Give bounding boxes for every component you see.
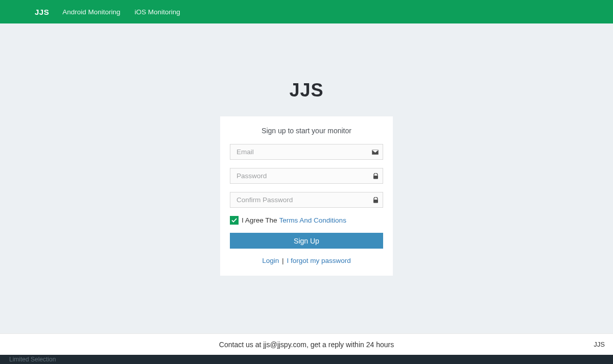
nav-brand[interactable]: JJS <box>35 8 49 16</box>
links-row: Login | I forgot my password <box>230 257 383 264</box>
svg-rect-0 <box>373 176 378 179</box>
forgot-password-link[interactable]: I forgot my password <box>287 257 350 264</box>
form-heading: Sign up to start your monitor <box>230 127 383 135</box>
agree-checkbox[interactable] <box>230 216 239 225</box>
main-content: JJS Sign up to start your monitor <box>0 23 613 333</box>
envelope-icon <box>372 150 379 155</box>
agree-row: I Agree The Terms And Conditions <box>230 216 383 225</box>
footer-brand: JJS <box>594 341 605 348</box>
footer-dark-bar: Limited Selection <box>0 355 613 364</box>
brand-logo: JJS <box>289 80 323 101</box>
footer-dark-text: Limited Selection <box>9 356 56 363</box>
confirm-password-input[interactable] <box>230 192 383 208</box>
lock-icon <box>373 173 379 179</box>
link-separator: | <box>280 257 286 264</box>
signup-card: Sign up to start your monitor I Agree Th… <box>220 116 393 276</box>
footer: Contact us at jjs@jjspy.com, get a reply… <box>0 333 613 355</box>
password-field-wrap <box>230 168 383 184</box>
svg-rect-1 <box>373 200 378 203</box>
footer-contact-text: Contact us at jjs@jjspy.com, get a reply… <box>219 341 394 349</box>
password-input[interactable] <box>230 168 383 184</box>
check-icon <box>231 218 237 223</box>
signup-button[interactable]: Sign Up <box>230 233 383 249</box>
terms-link[interactable]: Terms And Conditions <box>279 216 346 224</box>
agree-text: I Agree The <box>242 216 277 224</box>
navbar: JJS Android Monitoring iOS Monitoring <box>0 0 613 23</box>
nav-link-android[interactable]: Android Monitoring <box>62 8 120 16</box>
nav-link-ios[interactable]: iOS Monitoring <box>135 8 180 16</box>
login-link[interactable]: Login <box>262 257 279 264</box>
confirm-password-field-wrap <box>230 192 383 208</box>
email-field-wrap <box>230 144 383 160</box>
email-input[interactable] <box>230 144 383 160</box>
lock-icon <box>373 197 379 203</box>
